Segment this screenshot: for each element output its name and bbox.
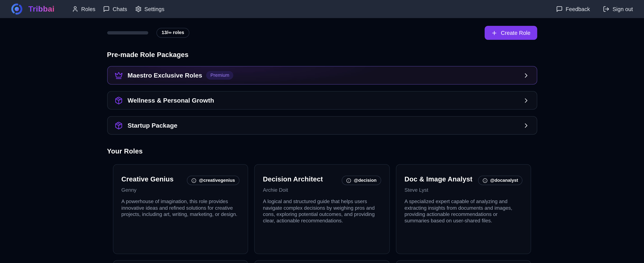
- your-roles-section-title: Your Roles: [107, 147, 537, 155]
- role-description: A powerhouse of imagination, this role p…: [121, 199, 240, 218]
- brand-name: Tribbai: [28, 4, 54, 13]
- role-card[interactable]: [113, 260, 248, 263]
- nav-item-feedback[interactable]: Feedback: [556, 6, 590, 12]
- nav-item-label: Sign out: [612, 6, 633, 12]
- message-square-icon: [556, 6, 563, 12]
- nav-item-chats[interactable]: Chats: [103, 6, 127, 12]
- package-row-wellness[interactable]: Wellness & Personal Growth: [107, 91, 537, 109]
- nav-item-label: Settings: [144, 6, 164, 12]
- role-card-decision-architect[interactable]: Decision Architect @decision Archie Doit…: [254, 164, 390, 254]
- role-title: Decision Architect: [263, 175, 323, 183]
- role-cards-grid-next-row: [113, 260, 531, 263]
- role-handle-badge[interactable]: @creativegenius: [187, 176, 240, 185]
- role-description: A specialized expert capable of analyzin…: [404, 199, 522, 224]
- role-cards-grid: Creative Genius @creativegenius Genny A …: [113, 164, 531, 254]
- role-handle: @decision: [354, 178, 377, 183]
- chevron-right-icon: [522, 72, 530, 79]
- user-icon: [72, 6, 78, 12]
- package-list: Maestro Exclusive Roles Premium Wellness…: [107, 66, 537, 135]
- package-name: Maestro Exclusive Roles: [128, 72, 202, 79]
- role-handle-badge[interactable]: @decision: [342, 176, 381, 185]
- create-role-label: Create Role: [501, 30, 530, 36]
- nav-links: Roles Chats Settings: [72, 6, 164, 12]
- packages-section-title: Pre-made Role Packages: [107, 51, 537, 59]
- nav-item-settings[interactable]: Settings: [135, 6, 164, 12]
- package-row-maestro[interactable]: Maestro Exclusive Roles Premium: [107, 66, 537, 85]
- premium-badge: Premium: [206, 71, 234, 79]
- role-handle-badge[interactable]: @docanalyst: [478, 176, 523, 185]
- package-icon: [114, 121, 122, 129]
- logout-icon: [603, 6, 610, 12]
- nav-item-roles[interactable]: Roles: [72, 6, 96, 12]
- info-icon: [483, 178, 488, 183]
- roles-toolbar: 13/∞ roles Create Role: [107, 26, 537, 40]
- package-row-startup[interactable]: Startup Package: [107, 116, 537, 135]
- role-handle: @creativegenius: [199, 178, 235, 183]
- crown-icon: [114, 71, 122, 79]
- roles-count-badge: 13/∞ roles: [156, 28, 190, 38]
- gear-icon: [135, 6, 142, 12]
- role-title: Creative Genius: [121, 175, 174, 183]
- app-viewport: Tribbai Roles Chats Settings Feedback: [0, 0, 644, 263]
- role-description: A logical and structured guide that help…: [263, 199, 381, 224]
- package-name: Wellness & Personal Growth: [128, 97, 214, 104]
- chevron-right-icon: [522, 97, 530, 104]
- card-header: Creative Genius @creativegenius: [121, 175, 240, 185]
- info-icon: [346, 178, 352, 183]
- tribbai-logo-icon: [10, 2, 24, 15]
- create-role-button[interactable]: Create Role: [485, 26, 537, 40]
- nav-item-label: Chats: [113, 6, 127, 12]
- plus-icon: [491, 30, 498, 36]
- role-subtitle: Genny: [121, 187, 240, 193]
- nav-item-sign-out[interactable]: Sign out: [603, 6, 633, 12]
- main-content: 13/∞ roles Create Role Pre-made Role Pac…: [107, 26, 537, 263]
- role-card[interactable]: [396, 260, 531, 263]
- card-header: Doc & Image Analyst @docanalyst: [404, 175, 522, 185]
- role-handle: @docanalyst: [490, 178, 518, 183]
- nav-item-label: Feedback: [566, 6, 590, 12]
- role-card[interactable]: [254, 260, 390, 263]
- chevron-right-icon: [522, 122, 530, 129]
- role-subtitle: Steve Lyst: [404, 187, 522, 193]
- card-header: Decision Architect @decision: [263, 175, 381, 185]
- info-icon: [192, 178, 196, 183]
- role-card-creative-genius[interactable]: Creative Genius @creativegenius Genny A …: [113, 164, 248, 254]
- brand-logo-link[interactable]: Tribbai: [10, 2, 54, 15]
- roles-progress-bar: [107, 31, 148, 34]
- top-nav: Tribbai Roles Chats Settings Feedback: [0, 0, 644, 18]
- package-name: Startup Package: [128, 122, 178, 129]
- role-subtitle: Archie Doit: [263, 187, 381, 193]
- nav-right-links: Feedback Sign out: [556, 6, 633, 12]
- nav-item-label: Roles: [81, 6, 95, 12]
- package-icon: [114, 96, 122, 104]
- role-title: Doc & Image Analyst: [404, 175, 472, 183]
- message-square-icon: [103, 6, 110, 12]
- role-card-doc-image-analyst[interactable]: Doc & Image Analyst @docanalyst Steve Ly…: [396, 164, 531, 254]
